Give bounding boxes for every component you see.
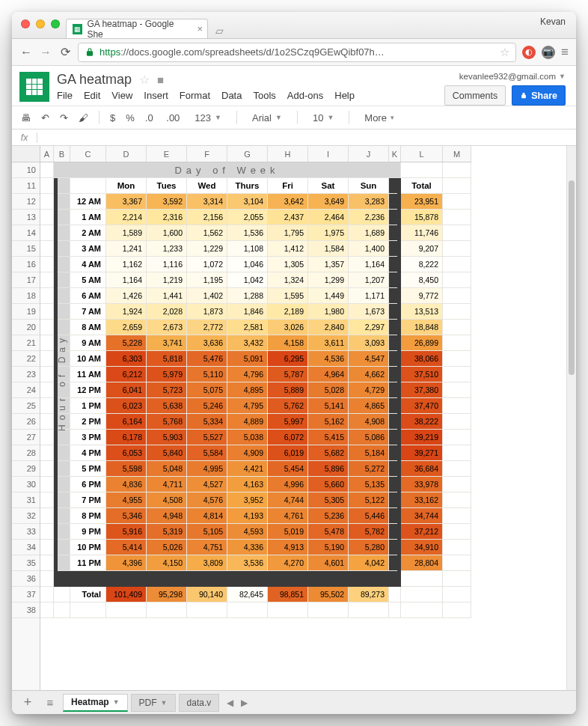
chrome-menu-icon[interactable]: ≡ (561, 45, 569, 60)
cell[interactable]: 4,865 (349, 398, 389, 414)
row-header-36[interactable]: 36 (12, 571, 40, 587)
vertical-scrollbar[interactable] (566, 146, 576, 690)
cell[interactable] (389, 335, 401, 351)
cell[interactable] (54, 178, 70, 194)
cell[interactable]: 89,273 (349, 587, 389, 603)
cell[interactable]: 26,899 (401, 335, 443, 351)
cell[interactable]: 1,324 (268, 272, 308, 288)
row-header-18[interactable]: 18 (12, 288, 40, 304)
cell[interactable]: 1,171 (349, 288, 389, 304)
cell[interactable]: 1,195 (187, 272, 227, 288)
cell[interactable]: 5,141 (308, 398, 349, 414)
cell[interactable] (443, 398, 471, 414)
cell[interactable]: 1,288 (227, 288, 268, 304)
cell[interactable]: 2,772 (187, 320, 227, 335)
cell[interactable]: 2 PM (70, 414, 106, 430)
cell[interactable] (443, 335, 471, 351)
col-header-I[interactable]: I (308, 146, 349, 162)
cell[interactable]: 4,042 (349, 555, 389, 571)
cell[interactable]: 23,951 (401, 194, 443, 210)
cell[interactable] (443, 587, 471, 603)
cell[interactable]: 4,744 (268, 492, 308, 508)
cell[interactable]: 3,093 (349, 335, 389, 351)
row-header-34[interactable]: 34 (12, 540, 40, 555)
cell[interactable]: 2,316 (147, 210, 187, 225)
cell[interactable] (443, 477, 471, 492)
cell[interactable]: Sun (349, 178, 389, 194)
decrease-decimal-icon[interactable]: .0 (145, 112, 156, 123)
print-icon[interactable]: 🖶 (21, 112, 31, 123)
cell[interactable]: 37,212 (401, 524, 443, 540)
cell[interactable]: 1,046 (227, 257, 268, 272)
cell[interactable]: 5,346 (106, 508, 147, 524)
cell[interactable]: 5,454 (268, 461, 308, 477)
cell[interactable] (443, 571, 471, 587)
cell[interactable] (40, 555, 54, 571)
minimize-window-icon[interactable] (36, 19, 45, 28)
cell[interactable] (443, 351, 471, 367)
row-header-12[interactable]: 12 (12, 194, 40, 210)
cell[interactable]: 11 AM (70, 367, 106, 382)
cell[interactable]: 9 PM (70, 524, 106, 540)
cell[interactable]: 5,660 (308, 477, 349, 492)
tab-scroll-right-icon[interactable]: ▶ (241, 698, 248, 708)
undo-icon[interactable]: ↶ (41, 112, 49, 123)
cell[interactable]: 28,804 (401, 555, 443, 571)
cell[interactable]: 6 AM (70, 288, 106, 304)
row-header-38[interactable]: 38 (12, 603, 40, 618)
cell[interactable] (40, 178, 54, 194)
cell[interactable]: 4,527 (187, 477, 227, 492)
cell[interactable] (40, 304, 54, 320)
cell[interactable]: 3,536 (227, 555, 268, 571)
cell[interactable]: 3,636 (187, 335, 227, 351)
cell[interactable]: 1,673 (349, 304, 389, 320)
cell[interactable]: 4,909 (227, 445, 268, 461)
percent-icon[interactable]: % (126, 112, 135, 123)
cell[interactable]: 4,193 (227, 508, 268, 524)
col-header-C[interactable]: C (70, 146, 106, 162)
row-header-19[interactable]: 19 (12, 304, 40, 320)
cell[interactable]: 6,303 (106, 351, 147, 367)
cell[interactable]: 1,980 (308, 304, 349, 320)
cell[interactable]: 5,762 (268, 398, 308, 414)
currency-icon[interactable]: $ (110, 112, 115, 123)
menu-insert[interactable]: Insert (144, 90, 168, 101)
cell[interactable]: 9 AM (70, 335, 106, 351)
cell[interactable]: 5,768 (147, 414, 187, 430)
cell[interactable]: 4,751 (187, 540, 227, 555)
back-icon[interactable]: ← (19, 46, 33, 59)
cell[interactable] (443, 508, 471, 524)
cell[interactable] (389, 555, 401, 571)
cell[interactable]: Total (70, 587, 106, 603)
cell[interactable] (40, 194, 54, 210)
cell[interactable]: 1,589 (106, 225, 147, 241)
cell[interactable] (401, 162, 443, 178)
cell[interactable] (227, 603, 268, 618)
number-format-select[interactable]: 123 ▼ (190, 112, 226, 123)
cell-grid[interactable]: Day of WeekMonTuesWedThursFriSatSunTotal… (40, 162, 576, 618)
cell[interactable] (40, 430, 54, 445)
cell[interactable]: 4,889 (227, 414, 268, 430)
cell[interactable]: 37,510 (401, 367, 443, 382)
cell[interactable]: 101,409 (106, 587, 147, 603)
col-header-F[interactable]: F (187, 146, 227, 162)
row-header-13[interactable]: 13 (12, 210, 40, 225)
col-header-G[interactable]: G (227, 146, 268, 162)
cell[interactable]: 1,846 (227, 304, 268, 320)
cell[interactable]: 5,280 (349, 540, 389, 555)
cell[interactable]: 5,916 (106, 524, 147, 540)
cell[interactable] (443, 555, 471, 571)
cell[interactable]: 5,236 (308, 508, 349, 524)
cell[interactable]: 1,441 (147, 288, 187, 304)
menu-file[interactable]: File (57, 90, 73, 101)
reload-icon[interactable]: ⟳ (58, 45, 72, 59)
cell[interactable]: 5,019 (268, 524, 308, 540)
redo-icon[interactable]: ↷ (60, 112, 68, 123)
cell[interactable]: 4,593 (227, 524, 268, 540)
tab-scroll-left-icon[interactable]: ◀ (227, 698, 233, 708)
cell[interactable] (443, 241, 471, 257)
font-size-select[interactable]: 10 ▼ (308, 112, 338, 123)
cell[interactable] (40, 587, 54, 603)
cell[interactable]: 15,878 (401, 210, 443, 225)
cell[interactable]: 4,396 (106, 555, 147, 571)
